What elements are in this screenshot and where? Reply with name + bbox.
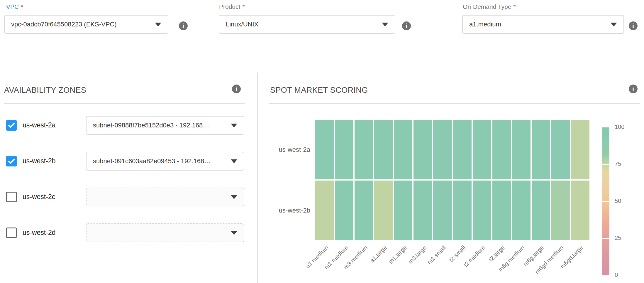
heatmap-cell	[394, 120, 412, 179]
vpc-info-icon[interactable]: i	[179, 21, 188, 30]
heatmap-cell	[394, 181, 412, 240]
az-checkbox-us-west-2c[interactable]	[6, 192, 17, 202]
az-checkbox-us-west-2d[interactable]	[6, 228, 17, 238]
heatmap-cell	[374, 120, 393, 179]
required-asterisk: *	[21, 3, 23, 10]
section-underline	[4, 103, 245, 104]
heatmap-cell	[413, 181, 432, 240]
x-axis-label: m1.small	[426, 244, 448, 266]
y-axis-label: us-west-2b	[255, 207, 310, 214]
color-scale-tick: 75	[615, 161, 621, 167]
color-scale-tick: 0	[615, 272, 618, 278]
color-scale-tick: 25	[615, 235, 621, 241]
vpc-label: VPC*	[6, 3, 23, 10]
color-scale-tick: 100	[615, 124, 624, 130]
color-scale-tick: 50	[615, 198, 621, 204]
heatmap-cell	[551, 181, 570, 240]
subnet-select-us-west-2d[interactable]	[86, 223, 244, 242]
heatmap-cell	[532, 181, 550, 240]
heatmap-cell	[453, 120, 472, 179]
section-underline	[269, 103, 640, 104]
product-select[interactable]: Linux/UNIX	[219, 15, 395, 34]
spot-instance-config-page: VPC* vpc-0adcb70f645508223 (EKS-VPC) i P…	[0, 0, 644, 283]
on-demand-type-label: On-Demand Type*	[463, 3, 516, 10]
color-scale-gap	[602, 164, 609, 165]
vpc-select-value: vpc-0adcb70f645508223 (EKS-VPC)	[11, 21, 150, 28]
heatmap-cell	[374, 181, 393, 240]
heatmap-cell	[315, 181, 334, 240]
subnet-select-us-west-2a[interactable]: subnet-09888f7be5152d0e3 - 192.168…	[86, 116, 244, 135]
x-axis-label: m1.large	[387, 244, 408, 265]
heatmap-x-axis: a1.mediumm1.mediumm3.mediuma1.largem1.la…	[315, 242, 589, 283]
availability-zones-info-icon[interactable]: i	[232, 85, 241, 93]
az-checkbox-us-west-2a[interactable]	[6, 120, 17, 131]
heatmap-cell	[413, 120, 432, 179]
required-asterisk: *	[513, 3, 516, 10]
x-axis-label: t2.small	[448, 244, 467, 263]
product-info-icon[interactable]: i	[402, 21, 411, 30]
heatmap-cell	[571, 120, 589, 179]
on-demand-type-select[interactable]: a1.medium	[462, 15, 624, 34]
subnet-select-value: subnet-09888f7be5152d0e3 - 192.168…	[93, 122, 226, 129]
check-icon	[7, 157, 16, 166]
on-demand-type-info-icon[interactable]: i	[629, 21, 638, 30]
x-axis-label: m3.large	[407, 244, 428, 265]
spot-market-scoring-title: SPOT MARKET SCORING	[270, 86, 368, 95]
heatmap-cell	[315, 120, 334, 179]
chevron-down-icon	[231, 231, 237, 235]
heatmap-cell	[512, 181, 531, 240]
vertical-divider	[257, 73, 258, 283]
heatmap-cell	[473, 181, 491, 240]
chevron-down-icon	[155, 23, 161, 26]
chevron-down-icon	[611, 23, 617, 26]
heatmap-cell	[571, 181, 589, 240]
product-label: Product*	[219, 3, 245, 10]
heatmap-cell	[355, 120, 373, 179]
x-axis-label: t2.large	[487, 244, 506, 263]
heatmap-cell	[473, 120, 491, 179]
product-label-text: Product	[219, 3, 240, 10]
az-checkbox-us-west-2b[interactable]	[6, 156, 17, 166]
chevron-down-icon	[382, 23, 388, 26]
heatmap-cell	[355, 181, 373, 240]
on-demand-type-label-text: On-Demand Type	[463, 3, 511, 10]
chevron-down-icon	[231, 159, 237, 163]
az-zone-label: us-west-2c	[23, 193, 55, 201]
heatmap-cell	[453, 181, 472, 240]
subnet-select-us-west-2b[interactable]: subnet-091c603aa82e09453 - 192.168…	[86, 152, 244, 171]
vpc-select[interactable]: vpc-0adcb70f645508223 (EKS-VPC)	[4, 15, 168, 34]
heatmap-cell	[512, 120, 531, 179]
vpc-label-text: VPC	[6, 3, 19, 10]
color-scale-gap	[602, 238, 609, 239]
subnet-select-us-west-2c[interactable]	[86, 188, 244, 206]
y-axis-label: us-west-2a	[255, 146, 310, 154]
subnet-select-value: subnet-091c603aa82e09453 - 192.168…	[93, 157, 226, 165]
chevron-down-icon	[231, 124, 237, 127]
on-demand-type-select-value: a1.medium	[469, 21, 606, 28]
heatmap-cell	[492, 181, 511, 240]
color-scale-gap	[602, 201, 609, 202]
az-zone-label: us-west-2a	[23, 121, 55, 129]
heatmap-cell	[433, 181, 452, 240]
heatmap-cell	[335, 181, 353, 240]
az-zone-label: us-west-2b	[23, 157, 55, 165]
heatmap-cell	[433, 120, 452, 179]
chevron-down-icon	[231, 195, 237, 199]
availability-zones-title: AVAILABILITY ZONES	[4, 86, 86, 95]
heatmap-cell	[335, 120, 353, 179]
required-asterisk: *	[242, 3, 245, 10]
x-axis-label: a1.large	[369, 244, 389, 264]
spot-market-info-icon[interactable]: i	[629, 85, 638, 93]
product-select-value: Linux/UNIX	[226, 21, 377, 28]
check-icon	[7, 121, 16, 130]
heatmap-grid	[315, 120, 589, 240]
heatmap-cell	[551, 120, 570, 179]
az-zone-label: us-west-2d	[23, 229, 55, 237]
heatmap-cell	[492, 120, 511, 179]
heatmap-cell	[532, 120, 550, 179]
